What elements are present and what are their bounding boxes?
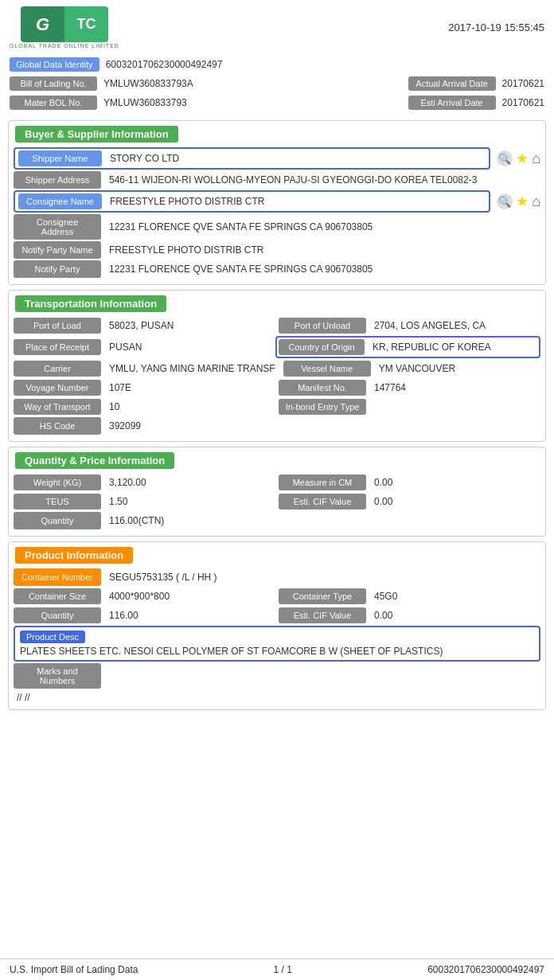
carrier-vessel-row: Carrier YMLU, YANG MING MARINE TRANSF Ve… <box>14 360 540 377</box>
consignee-name-value: FREESTYLE PHOTO DISTRIB CTR <box>105 193 486 210</box>
weight-measure-row: Weight (KG) 3,120.00 Measure in CM 0.00 <box>14 474 540 491</box>
mater-bol-label: Mater BOL No. <box>10 96 97 110</box>
shipper-search-icon[interactable]: 🔍 <box>497 150 513 166</box>
quantity-price-section: Quantity & Price Information Weight (KG)… <box>8 447 546 537</box>
marks-numbers-row: Marks and Numbers <box>14 663 540 689</box>
container-type-value: 45G0 <box>369 588 540 605</box>
notify-party-name-value: FREESTYLE PHOTO DISTRIB CTR <box>104 241 540 259</box>
place-origin-row: Place of Receipt PUSAN Country of Origin… <box>14 336 540 358</box>
footer-left: U.S. Import Bill of Lading Data <box>10 964 138 975</box>
marks-numbers-label: Marks and Numbers <box>14 663 101 689</box>
logo-tc-icon: TC <box>64 6 108 42</box>
logo-box: G TC <box>21 6 108 42</box>
product-quantity-cif-row: Quantity 116.00 Esti. CIF Value 0.00 <box>14 607 540 624</box>
esti-arrival-value: 20170621 <box>502 97 544 108</box>
consignee-name-highlighted: Consignee Name FREESTYLE PHOTO DISTRIB C… <box>14 190 490 213</box>
weight-value: 3,120.00 <box>104 474 275 491</box>
logo-container: G TC GLOBAL TRADE ONLINE LIMITED <box>10 6 119 49</box>
shipper-star-icon[interactable]: ★ <box>516 150 529 167</box>
shipper-icon-group: 🔍 ★ ⌂ <box>497 147 540 170</box>
quantity-price-title: Quantity & Price Information <box>15 452 174 469</box>
global-data-row: Global Data Identity 6003201706230000492… <box>10 55 544 74</box>
global-data-value: 6003201706230000492497 <box>106 59 223 70</box>
consignee-home-icon[interactable]: ⌂ <box>532 193 540 210</box>
esti-cif-col: Esti. CIF Value 0.00 <box>279 493 540 510</box>
container-size-col: Container Size 4000*900*800 <box>14 588 275 605</box>
product-desc-value: PLATES SHEETS ETC. NESOI CELL POLYMER OF… <box>20 646 534 657</box>
shipper-home-icon[interactable]: ⌂ <box>532 150 540 167</box>
bill-of-lading-row: Bill of Lading No. YMLUW360833793A Actua… <box>10 74 544 93</box>
buyer-supplier-title: Buyer & Supplier Information <box>15 126 178 143</box>
consignee-name-row: Consignee Name FREESTYLE PHOTO DISTRIB C… <box>14 190 540 213</box>
footer-right: 6003201706230000492497 <box>427 964 544 975</box>
identity-section: Global Data Identity 6003201706230000492… <box>0 52 554 115</box>
consignee-address-row: Consignee Address 12231 FLORENCE QVE SAN… <box>14 214 540 240</box>
vessel-name-value: YM VANCOUVER <box>374 360 540 377</box>
way-of-transport-col: Way of Transport 10 <box>14 398 275 416</box>
consignee-address-label: Consignee Address <box>14 214 101 240</box>
way-of-transport-value: 10 <box>104 398 275 416</box>
port-of-unload-value: 2704, LOS ANGELES, CA <box>369 317 540 334</box>
port-row: Port of Load 58023, PUSAN Port of Unload… <box>14 317 540 334</box>
measure-col: Measure in CM 0.00 <box>279 474 540 491</box>
port-of-load-value: 58023, PUSAN <box>104 317 275 334</box>
container-size-label: Container Size <box>14 588 101 604</box>
quantity-row: Quantity 116.00(CTN) <box>14 512 540 529</box>
voyage-number-value: 107E <box>104 379 275 396</box>
product-quantity-label: Quantity <box>14 607 101 623</box>
country-of-origin-value: KR, REPUBLIC OF KOREA <box>368 338 537 356</box>
measure-label: Measure in CM <box>279 474 366 490</box>
timestamp: 2017-10-19 15:55:45 <box>448 21 544 33</box>
in-bond-entry-col: In-bond Entry Type <box>279 398 540 416</box>
marks-numbers-value: // // <box>9 690 545 705</box>
place-of-receipt-label: Place of Receipt <box>14 339 101 355</box>
consignee-address-value: 12231 FLORENCE QVE SANTA FE SPRINGS CA 9… <box>104 214 540 240</box>
shipper-name-value: STORY CO LTD <box>105 150 486 167</box>
notify-party-label: Notify Party <box>14 260 101 278</box>
shipper-name-label: Shipper Name <box>18 150 102 166</box>
carrier-value: YMLU, YANG MING MARINE TRANSF <box>104 360 280 377</box>
notify-party-row: Notify Party 12231 FLORENCE QVE SANTA FE… <box>14 260 540 278</box>
hs-code-value: 392099 <box>104 417 540 435</box>
port-of-unload-col: Port of Unload 2704, LOS ANGELES, CA <box>279 317 540 334</box>
carrier-label: Carrier <box>14 361 101 377</box>
carrier-col: Carrier YMLU, YANG MING MARINE TRANSF <box>14 360 280 377</box>
container-size-type-row: Container Size 4000*900*800 Container Ty… <box>14 588 540 605</box>
product-desc-label: Product Desc <box>20 631 85 643</box>
consignee-icon-group: 🔍 ★ ⌂ <box>497 190 540 213</box>
mater-bol-row: Mater BOL No. YMLUW360833793 Esti Arriva… <box>10 93 544 112</box>
page-wrapper: G TC GLOBAL TRADE ONLINE LIMITED 2017-10… <box>0 0 554 980</box>
product-quantity-value: 116.00 <box>104 607 275 624</box>
manifest-no-label: Manifest No. <box>279 380 366 396</box>
footer: U.S. Import Bill of Lading Data 1 / 1 60… <box>0 959 554 980</box>
product-info-section: Product Information Container Number SEG… <box>8 541 546 710</box>
weight-col: Weight (KG) 3,120.00 <box>14 474 275 491</box>
hs-code-row: HS Code 392099 <box>14 417 540 435</box>
transportation-section: Transportation Information Port of Load … <box>8 290 546 442</box>
product-esti-cif-col: Esti. CIF Value 0.00 <box>279 607 540 624</box>
container-type-col: Container Type 45G0 <box>279 588 540 605</box>
header: G TC GLOBAL TRADE ONLINE LIMITED 2017-10… <box>0 0 554 52</box>
product-desc-box: Product Desc PLATES SHEETS ETC. NESOI CE… <box>14 626 540 662</box>
actual-arrival-label: Actual Arrival Date <box>408 76 496 91</box>
logo-g-icon: G <box>21 6 64 42</box>
product-esti-cif-label: Esti. CIF Value <box>279 607 366 623</box>
manifest-no-col: Manifest No. 147764 <box>279 379 540 396</box>
bill-of-lading-label: Bill of Lading No. <box>10 76 97 91</box>
shipper-address-value: 546-11 WIJEON-RI WOLLONG-MYEON PAJU-SI G… <box>104 171 540 189</box>
buyer-supplier-section: Buyer & Supplier Information Shipper Nam… <box>8 120 546 285</box>
port-of-unload-label: Port of Unload <box>279 318 366 334</box>
transportation-title: Transportation Information <box>15 295 166 312</box>
voyage-number-col: Voyage Number 107E <box>14 379 275 396</box>
consignee-star-icon[interactable]: ★ <box>516 193 529 210</box>
country-of-origin-col: Country of Origin KR, REPUBLIC OF KOREA <box>275 336 540 358</box>
consignee-search-icon[interactable]: 🔍 <box>497 193 513 209</box>
container-number-label: Container Number <box>14 568 101 586</box>
vessel-name-col: Vessel Name YM VANCOUVER <box>283 360 540 377</box>
notify-party-value: 12231 FLORENCE QVE SANTA FE SPRINGS CA 9… <box>104 260 540 278</box>
country-of-origin-label: Country of Origin <box>279 339 365 355</box>
actual-arrival-right: Actual Arrival Date 20170621 <box>408 76 544 91</box>
shipper-address-label: Shipper Address <box>14 171 101 189</box>
product-esti-cif-value: 0.00 <box>369 607 540 624</box>
transport-inbond-row: Way of Transport 10 In-bond Entry Type <box>14 398 540 416</box>
